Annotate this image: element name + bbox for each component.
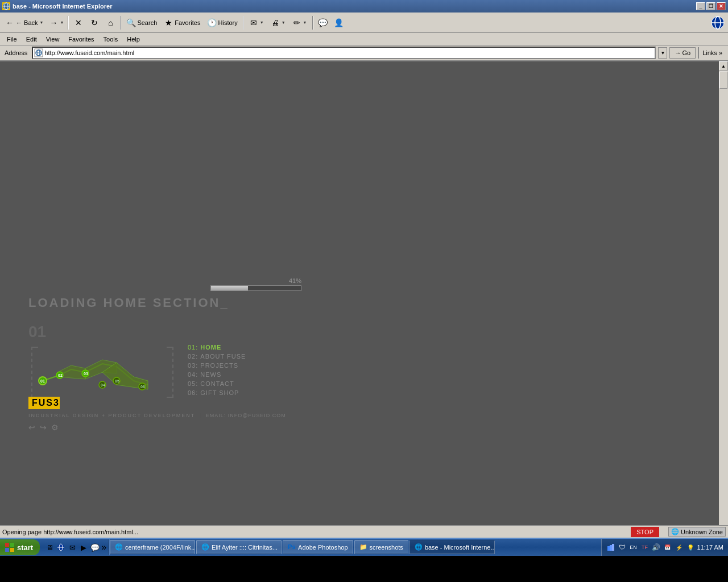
nav-item-projects[interactable]: 03: PROJECTS (188, 362, 279, 369)
taskbar-item-2[interactable]: Ps Adobe Photoshop (283, 541, 353, 554)
history-button[interactable]: 🕐 History (205, 15, 241, 31)
nav-number: 01 (28, 323, 284, 341)
ql-ie-icon[interactable] (56, 542, 66, 552)
nav-item-home[interactable]: 01: HOME (188, 344, 279, 351)
back-label: ← Back (16, 19, 38, 26)
links-button[interactable]: Links » (698, 47, 726, 59)
forward-button[interactable]: → ▼ (47, 15, 65, 31)
ql-desktop-icon[interactable]: 🖥 (44, 542, 55, 552)
fuse-icon-1[interactable]: ↩ (28, 423, 35, 432)
address-dropdown[interactable]: ▼ (658, 47, 667, 59)
taskbar-item-1-label: Elif Ayiter :::: Citrinitas... (212, 544, 278, 551)
progress-bar-inner (211, 286, 248, 290)
favorites-button[interactable]: ★ Favorites (161, 15, 203, 31)
mail-dropdown-icon: ▼ (260, 20, 264, 24)
svg-rect-37 (10, 543, 14, 547)
edit-button[interactable]: ✏ ▼ (289, 15, 310, 31)
title-bar-buttons[interactable]: _ ❐ ✕ (696, 2, 726, 10)
nav-item-04-num: 04: (188, 371, 198, 378)
nav-item-news[interactable]: 04: NEWS (188, 371, 279, 378)
menu-file[interactable]: File (2, 34, 22, 45)
start-button[interactable]: start (0, 539, 40, 555)
taskbar-item-0-icon: 🌐 (115, 543, 123, 551)
scroll-thumb[interactable] (719, 72, 727, 89)
go-label: Go (682, 49, 690, 56)
taskbar-item-1[interactable]: 🌐 Elif Ayiter :::: Citrinitas... (196, 541, 282, 554)
fuse-icon-3[interactable]: ⚙ (51, 423, 59, 432)
status-text: Opening page http://www.fuseid.com/main.… (2, 529, 631, 535)
start-label: start (17, 543, 33, 552)
forward-dropdown-icon: ▼ (60, 20, 64, 24)
title-bar-title: base - Microsoft Internet Explorer (13, 3, 112, 10)
taskbar-item-4-label: base - Microsoft Interne... (425, 544, 495, 551)
discuss-icon: 💬 (318, 18, 328, 27)
menu-edit[interactable]: Edit (22, 34, 42, 45)
ql-messenger-icon[interactable]: 💬 (90, 542, 100, 552)
stop-button[interactable]: ✕ (71, 15, 86, 31)
nav-item-contact[interactable]: 05: CONTACT (188, 380, 279, 387)
tray-icon-volume[interactable]: 🔊 (652, 543, 661, 552)
menu-favorites[interactable]: Favorites (64, 34, 98, 45)
logo-area: FUS3 INDUSTRIAL DESIGN + PRODUCT DEVELOP… (28, 397, 286, 432)
taskbar-item-2-icon: Ps (288, 543, 296, 551)
toolbar-separator-3 (243, 16, 244, 30)
ql-media-icon[interactable]: ▶ (78, 542, 89, 552)
nav-item-06-num: 06: (188, 389, 198, 396)
taskbar-item-4[interactable]: 🌐 base - Microsoft Interne... (410, 541, 495, 554)
scrollbar-right[interactable]: ▲ (719, 61, 728, 525)
print-button[interactable]: 🖨 ▼ (268, 15, 288, 31)
taskbar-item-0[interactable]: 🌐 centerframe (2004F/link... (110, 541, 195, 554)
minimize-button[interactable]: _ (696, 2, 705, 10)
tray-icon-network[interactable] (606, 543, 615, 552)
tray-icon-misc2[interactable]: 💡 (686, 543, 695, 552)
close-button[interactable]: ✕ (717, 2, 726, 10)
tray-icon-calendar[interactable]: 📅 (663, 543, 672, 552)
toolbar-separator-4 (312, 16, 313, 30)
svg-marker-21 (60, 365, 85, 379)
separator: | (200, 413, 201, 418)
fuse-icon-2[interactable]: ↪ (40, 423, 47, 432)
go-button[interactable]: → Go (669, 47, 696, 59)
svg-rect-39 (10, 548, 14, 552)
loading-section: 41% LOADING HOME SECTION_ (28, 277, 301, 322)
taskbar: start 🖥 ✉ ▶ 💬 » 🌐 centerframe (2004F/lin… (0, 538, 728, 556)
stop-loading-button[interactable]: STOP (631, 527, 659, 537)
nav-item-giftshop[interactable]: 06: GIFT SHOP (188, 389, 279, 396)
address-bar: Address ▼ → Go Links » (0, 45, 728, 61)
discuss-button[interactable]: 💬 (316, 15, 330, 31)
address-input-container[interactable] (32, 47, 656, 59)
status-bar: Opening page http://www.fuseid.com/main.… (0, 525, 728, 538)
menu-tools[interactable]: Tools (99, 34, 123, 45)
fuse-email[interactable]: EMAIL: INFO@FUSEID.COM (206, 413, 286, 418)
tray-icon-lang[interactable]: EN (629, 543, 638, 552)
back-button[interactable]: ← ← Back ▼ (2, 15, 46, 31)
taskbar-item-3-icon: 📁 (359, 543, 367, 551)
ql-mail-icon[interactable]: ✉ (67, 542, 77, 552)
progress-percent: 41% (289, 277, 301, 284)
scroll-up-button[interactable]: ▲ (719, 61, 728, 70)
url-input[interactable] (44, 49, 653, 56)
title-bar-left: base - Microsoft Internet Explorer (2, 2, 112, 10)
svg-text:01: 01 (40, 379, 45, 383)
search-button[interactable]: 🔍 Search (123, 15, 160, 31)
tray-icon-antivirus[interactable]: TF (640, 543, 650, 552)
tray-icon-misc1[interactable]: ⚡ (675, 543, 684, 552)
messenger-button[interactable]: 👤 (332, 15, 346, 31)
home-icon: ⌂ (106, 18, 115, 27)
taskbar-item-3[interactable]: 📁 screenshots (354, 541, 408, 554)
history-label: History (218, 19, 238, 26)
menu-help[interactable]: Help (122, 34, 144, 45)
tray-icon-security[interactable]: 🛡 (618, 543, 627, 552)
refresh-button[interactable]: ↻ (87, 15, 102, 31)
nav-item-about[interactable]: 02: ABOUT FUSE (188, 353, 279, 360)
nav-item-05-num: 05: (188, 380, 198, 387)
menu-view[interactable]: View (42, 34, 64, 45)
nav-item-06-label: GIFT SHOP (200, 389, 239, 396)
mail-button[interactable]: ✉ ▼ (246, 15, 267, 31)
svg-rect-44 (610, 545, 612, 551)
ie-logo-icon (710, 15, 725, 30)
search-label: Search (137, 19, 157, 26)
restore-button[interactable]: ❐ (706, 2, 715, 10)
home-button[interactable]: ⌂ (103, 15, 118, 31)
fuse-logo[interactable]: FUS3 (28, 397, 60, 409)
